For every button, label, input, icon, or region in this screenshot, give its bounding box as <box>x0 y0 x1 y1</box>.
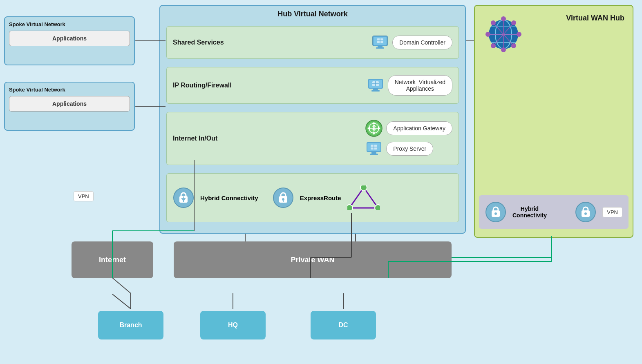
dc-box: DC <box>311 311 376 339</box>
monitor-icon-1 <box>371 33 389 51</box>
ip-routing-items: Network VirtualizedAppliances <box>367 75 452 96</box>
branch-box: Branch <box>98 311 163 339</box>
private-wan-box: Private WAN <box>174 241 452 278</box>
left-vpn-label: VPN <box>74 191 94 201</box>
svg-point-63 <box>360 185 367 191</box>
hub-hybrid-section: ✛ Hybrid Connectivity ExpressRoute <box>166 173 459 222</box>
spoke-vnet-1: Spoke Virtual Network Applications <box>4 16 135 65</box>
virtual-wan-hub: Virtual WAN Hub <box>474 5 633 238</box>
svg-rect-46 <box>371 152 376 154</box>
svg-point-64 <box>347 205 353 210</box>
shared-services-label: Shared Services <box>173 39 238 46</box>
internet-box: Internet <box>72 241 153 278</box>
spoke-vnet-2: Spoke Virtual Network Applications <box>4 82 135 131</box>
globe-icon <box>483 14 524 55</box>
proxy-server-box: Proxy Server <box>386 142 433 156</box>
dc-label: DC <box>338 322 348 329</box>
branch-label: Branch <box>119 322 142 329</box>
expressroute-triangle <box>347 185 380 210</box>
internet-section: Internet In/Out ⇕ <box>166 112 459 165</box>
internet-box-label: Internet <box>99 256 126 264</box>
nva-box: Network VirtualizedAppliances <box>388 75 452 96</box>
spoke-1-app-box: Applications <box>9 31 130 46</box>
internet-items: ⇕ Application Gateway <box>365 119 452 158</box>
nva-label: Network VirtualizedAppliances <box>395 79 445 92</box>
internet-label: Internet In/Out <box>173 135 238 142</box>
svg-text:✛: ✛ <box>181 195 186 202</box>
wan-hybrid-section: HybridConnectivity VPN <box>479 195 629 229</box>
app-gateway-box: Application Gateway <box>386 121 452 135</box>
hub-vnet: Hub Virtual Network Shared Services Doma… <box>159 5 466 234</box>
svg-point-60 <box>282 198 284 201</box>
wan-hybrid-label: HybridConnectivity <box>512 205 547 219</box>
svg-rect-22 <box>378 46 383 47</box>
wan-vpn-label: VPN <box>602 207 622 217</box>
virtual-wan-label: Virtual WAN Hub <box>566 14 624 22</box>
vpn-left-text: VPN <box>78 193 89 199</box>
hub-hybrid-label: Hybrid Connectivity <box>200 194 258 201</box>
shared-services-items: Domain Controller <box>371 33 452 51</box>
monitor-icon-2 <box>367 76 385 94</box>
svg-point-91 <box>494 212 497 215</box>
hq-box: HQ <box>200 311 266 339</box>
wan-hybrid-text: HybridConnectivity <box>512 205 547 219</box>
proxy-server-label: Proxy Server <box>393 145 426 152</box>
lock-icon-wan-1 <box>485 201 506 223</box>
spoke-2-app-label: Applications <box>52 100 87 107</box>
expressroute-label: ExpressRoute <box>300 194 341 201</box>
svg-point-95 <box>584 212 587 215</box>
svg-rect-29 <box>373 89 378 90</box>
hub-hybrid-items: ✛ Hybrid Connectivity ExpressRoute <box>173 185 452 210</box>
spoke-vnet-1-title: Spoke Virtual Network <box>9 21 130 27</box>
domain-controller-label: Domain Controller <box>399 39 445 46</box>
ip-routing-section: IP Routing/Firewall Network VirtualizedA… <box>166 67 459 104</box>
monitor-icon-3 <box>365 140 383 158</box>
svg-point-65 <box>375 205 380 210</box>
hq-label: HQ <box>228 322 238 329</box>
private-wan-label: Private WAN <box>291 256 334 264</box>
ip-routing-label: IP Routing/Firewall <box>173 82 238 89</box>
lock-icon-wan-2 <box>575 201 596 223</box>
spoke-vnet-2-title: Spoke Virtual Network <box>9 87 130 93</box>
lock-icon-hub-right <box>273 187 294 208</box>
app-gateway-icon: ⇕ <box>365 119 383 137</box>
wan-vpn-text: VPN <box>607 209 618 215</box>
virtual-wan-title: Virtual WAN Hub <box>566 14 624 22</box>
shared-services-section: Shared Services Domain Controller <box>166 26 459 59</box>
svg-rect-30 <box>371 90 380 92</box>
spoke-1-app-label: Applications <box>52 35 87 42</box>
domain-controller-box: Domain Controller <box>392 36 452 49</box>
hub-vnet-title: Hub Virtual Network <box>277 10 348 18</box>
hub-hybrid-label-section: Hybrid Connectivity <box>200 194 258 201</box>
svg-rect-23 <box>376 47 384 49</box>
app-gateway-label: Application Gateway <box>393 125 445 132</box>
svg-rect-47 <box>370 154 378 155</box>
lock-icon-hub-left: ✛ <box>173 187 194 208</box>
spoke-2-app-box: Applications <box>9 96 130 112</box>
